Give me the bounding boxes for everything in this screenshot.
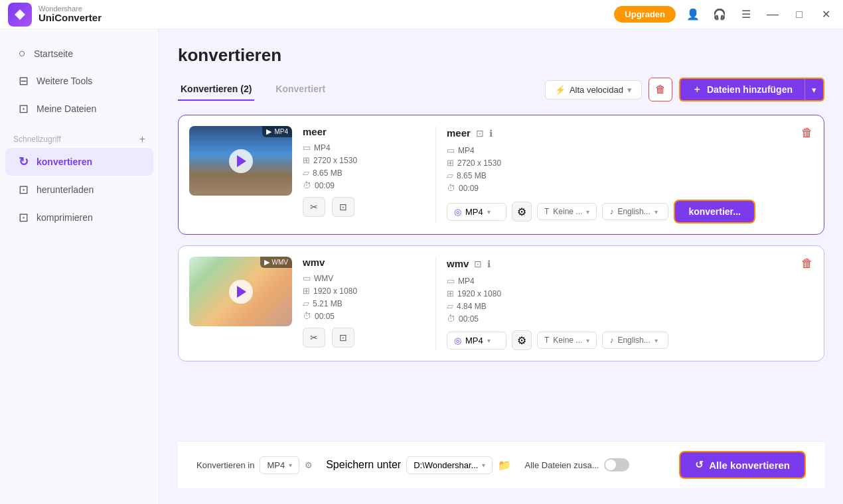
- delete-button-meer[interactable]: 🗑: [801, 126, 813, 140]
- maximize-button[interactable]: □: [790, 5, 808, 24]
- crop-button-wmv[interactable]: ⊡: [332, 328, 354, 347]
- crop-button-meer[interactable]: ⊡: [332, 197, 354, 217]
- folder-open-icon[interactable]: 📁: [498, 459, 511, 472]
- format-icon-wmv: ▭: [303, 273, 311, 283]
- sidebar-item-herunterladen[interactable]: ⊡ herunterladen: [5, 176, 153, 204]
- edit-icon-wmv[interactable]: ⊡: [474, 259, 482, 269]
- convert-all-button[interactable]: ↺ Alle konvertieren: [679, 451, 806, 479]
- delete-all-button[interactable]: 🗑: [649, 78, 672, 101]
- out-duration-meer: ⏱ 00:09: [447, 183, 813, 193]
- bottom-format-select[interactable]: MP4 ▾: [260, 456, 299, 474]
- sidebar-item-startseite[interactable]: ○ Startseite: [5, 40, 153, 67]
- lightning-icon: ⚡: [555, 85, 566, 95]
- subtitle-icon-wmv: T: [544, 336, 549, 345]
- close-button[interactable]: ✕: [816, 5, 835, 24]
- tabs-row: Konvertieren (2) Konvertiert ⚡ Alta velo…: [178, 78, 824, 101]
- file-input-info-wmv: wmv ▭ WMV ⊞ 1920 x 1080: [303, 257, 435, 350]
- tab-konvertieren[interactable]: Konvertieren (2): [178, 78, 254, 101]
- konvertieren-icon: ↻: [19, 155, 29, 169]
- output-name-wmv: wmv: [447, 258, 469, 269]
- account-icon[interactable]: 👤: [684, 5, 702, 24]
- speed-button[interactable]: ⚡ Alta velocidad ▾: [545, 80, 642, 99]
- convert-button-meer[interactable]: konvertier...: [674, 200, 755, 223]
- menu-icon[interactable]: ☰: [737, 5, 755, 24]
- file-list: ▶ MP4 meer ▭: [178, 115, 824, 441]
- minimize-button[interactable]: —: [763, 5, 782, 24]
- clock-icon-wmv: ⏱: [303, 311, 311, 321]
- subtitle-select-wmv[interactable]: T Keine ... ▾: [537, 332, 597, 349]
- sidebar-item-weitere-tools[interactable]: ⊟ Weitere Tools: [5, 67, 153, 95]
- play-button-wmv[interactable]: [229, 280, 253, 304]
- meta-duration-wmv: ⏱ 00:05: [303, 311, 435, 321]
- app-logo: [8, 3, 32, 27]
- output-settings-meer[interactable]: ⚙: [512, 202, 532, 221]
- titlebar: Wondershare UniConverter Upgraden 👤 🎧 ☰ …: [0, 0, 843, 29]
- all-files-toggle[interactable]: [604, 458, 629, 472]
- delete-button-wmv[interactable]: 🗑: [801, 257, 813, 271]
- home-icon: ○: [19, 46, 26, 60]
- out-duration-wmv: ⏱ 00:05: [447, 314, 813, 324]
- format-icon-meer: ▭: [303, 143, 311, 153]
- out-size-icon-wmv: ▱: [447, 301, 453, 311]
- cut-button-wmv[interactable]: ✂: [303, 328, 325, 347]
- out-format-meer: ▭ MP4: [447, 145, 813, 155]
- sidebar-item-meine-dateien[interactable]: ⊡ Meine Dateien: [5, 95, 153, 123]
- thumbnail-wmv: ▶ WMV: [189, 257, 292, 326]
- save-path-select[interactable]: D:\Wondershar... ▾: [406, 456, 493, 474]
- audio-select-wmv[interactable]: ♪ English... ▾: [602, 332, 668, 349]
- play-button-meer[interactable]: [229, 149, 253, 173]
- schnellzugriff-add[interactable]: +: [139, 133, 145, 145]
- out-format-icon-wmv: ▭: [447, 276, 455, 286]
- file-info-meer: meer ▭ MP4 ⊞ 2720 x 1530: [303, 126, 813, 223]
- compress-icon: ⊡: [19, 210, 29, 225]
- tab-konvertiert[interactable]: Konvertiert: [273, 78, 328, 101]
- thumbnail-overlay-wmv: ▶ WMV: [260, 257, 292, 268]
- svg-point-0: [17, 12, 23, 17]
- meta-size-wmv: ▱ 5.21 MB: [303, 298, 435, 308]
- audio-select-meer[interactable]: ♪ English... ▾: [602, 203, 668, 220]
- output-format-select-wmv[interactable]: ◎ MP4 ▾: [447, 332, 506, 349]
- edit-icon-meer[interactable]: ⊡: [476, 128, 484, 139]
- upgrade-button[interactable]: Upgraden: [614, 6, 676, 23]
- add-files-dropdown-button[interactable]: ▾: [805, 78, 824, 101]
- sidebar-item-konvertieren[interactable]: ↻ konvertieren: [5, 148, 153, 176]
- cut-button-meer[interactable]: ✂: [303, 197, 325, 217]
- file-input-info-meer: meer ▭ MP4 ⊞ 2720 x 1530: [303, 126, 435, 223]
- audio-icon-wmv: ♪: [609, 336, 613, 345]
- clock-icon-meer: ⏱: [303, 180, 311, 190]
- files-icon: ⊡: [19, 101, 29, 116]
- add-files-group: ＋ Dateien hinzufügen ▾: [679, 78, 824, 101]
- output-settings-wmv[interactable]: ⚙: [512, 330, 532, 350]
- out-clock-icon-wmv: ⏱: [447, 314, 455, 324]
- out-format-icon-meer: ▭: [447, 145, 455, 155]
- subtitle-select-meer[interactable]: T Keine ... ▾: [537, 203, 597, 220]
- file-name-wmv: wmv: [303, 257, 325, 268]
- size-icon-meer: ▱: [303, 168, 309, 178]
- output-format-select-meer[interactable]: ◎ MP4 ▾: [447, 203, 506, 221]
- speed-dropdown-icon: ▾: [627, 85, 632, 95]
- toolbar: ⚡ Alta velocidad ▾ 🗑 ＋ Dateien hinzufüge…: [545, 78, 824, 101]
- audio-icon-meer: ♪: [609, 207, 613, 216]
- format-dropdown-icon-meer: ▾: [487, 208, 491, 216]
- out-format-wmv: ▭ MP4: [447, 276, 813, 286]
- convert-to-section: Konvertieren in MP4 ▾ ⚙: [196, 456, 313, 474]
- audio-dropdown-icon-meer: ▾: [654, 208, 658, 216]
- info-icon-meer[interactable]: ℹ: [489, 128, 493, 139]
- titlebar-left: Wondershare UniConverter: [8, 3, 102, 27]
- bottom-settings-icon[interactable]: ⚙: [305, 460, 313, 470]
- file-name-meer: meer: [303, 126, 327, 137]
- out-size-meer: ▱ 8.65 MB: [447, 170, 813, 180]
- add-files-button[interactable]: ＋ Dateien hinzufügen: [679, 78, 805, 101]
- meta-format-wmv: ▭ WMV: [303, 273, 435, 283]
- play-icon-wmv: [237, 286, 246, 298]
- info-icon-wmv[interactable]: ℹ: [487, 259, 491, 269]
- out-resolution-meer: ⊞ 2720 x 1530: [447, 158, 813, 168]
- file-card-meer: ▶ MP4 meer ▭: [178, 115, 824, 235]
- support-icon[interactable]: 🎧: [710, 5, 729, 24]
- download-icon: ⊡: [19, 182, 29, 197]
- out-clock-icon-meer: ⏱: [447, 183, 455, 193]
- sidebar-item-komprimieren[interactable]: ⊡ komprimieren: [5, 204, 153, 231]
- meta-duration-meer: ⏱ 00:09: [303, 180, 435, 190]
- meta-resolution-meer: ⊞ 2720 x 1530: [303, 155, 435, 165]
- plus-icon: ＋: [692, 84, 702, 95]
